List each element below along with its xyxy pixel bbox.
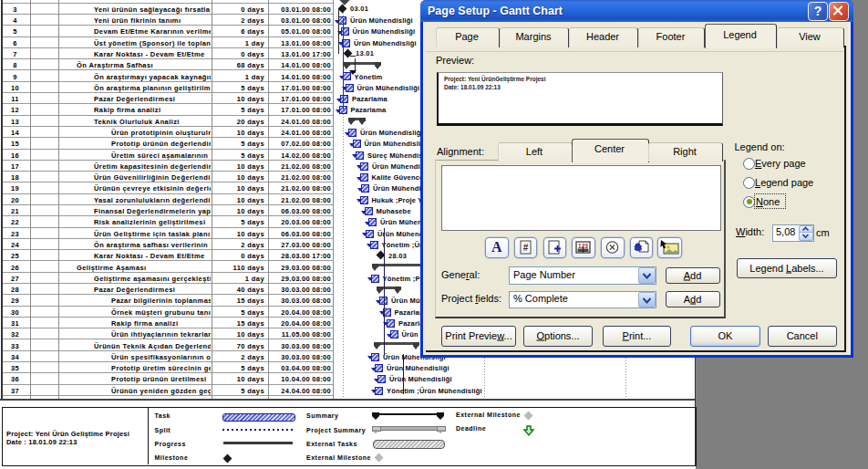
svg-text:#: # [522, 242, 528, 252]
